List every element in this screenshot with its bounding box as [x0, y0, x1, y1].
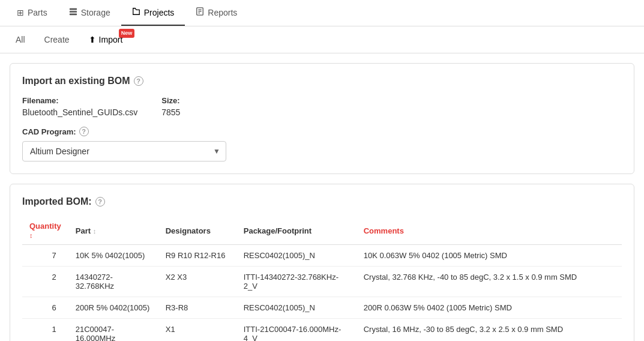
import-bom-card: Import an existing BOM ? Filename: Bluet… [10, 63, 634, 174]
col-header-quantity[interactable]: Quantity ↕ [22, 217, 68, 245]
sub-tab-all-label: All [16, 35, 25, 44]
size-label: Size: [161, 96, 180, 105]
storage-icon [69, 7, 77, 17]
nav-tab-projects[interactable]: Projects [121, 0, 185, 26]
cell-package-1: ITTI-14340272-32.768KHz-2_V [236, 267, 357, 297]
nav-tab-parts[interactable]: ⊞ Parts [6, 1, 58, 26]
nav-tab-parts-label: Parts [28, 8, 47, 17]
svg-rect-0 [70, 8, 77, 10]
import-help-icon[interactable]: ? [134, 76, 143, 86]
nav-tab-reports-label: Reports [208, 8, 237, 17]
svg-rect-1 [70, 11, 77, 13]
cad-select-wrapper: Altium Designer Eagle KiCad OrCAD Other … [22, 141, 226, 161]
nav-tab-projects-label: Projects [144, 8, 175, 17]
filename-value: Bluetooth_Sentinel_GUIDs.csv [22, 107, 137, 117]
cell-designators-2: R3-R8 [158, 297, 236, 319]
sub-tab-import[interactable]: ⬆ Import New [80, 31, 131, 48]
cad-program-select[interactable]: Altium Designer Eagle KiCad OrCAD Other [22, 141, 226, 161]
size-value: 7855 [161, 107, 180, 117]
cell-part-3: 21C00047-16.000MHz [68, 319, 158, 342]
nav-tab-storage[interactable]: Storage [58, 0, 121, 26]
new-badge: New [119, 29, 135, 38]
nav-tab-reports[interactable]: Reports [185, 0, 248, 26]
cad-help-icon[interactable]: ? [79, 127, 89, 136]
col-header-comments: Comments [357, 217, 622, 245]
sub-tab-all[interactable]: All [7, 31, 34, 48]
reports-icon [196, 7, 204, 17]
cell-comments-0: 10K 0.063W 5% 0402 (1005 Metric) SMD [357, 245, 622, 267]
filename-group: Filename: Bluetooth_Sentinel_GUIDs.csv [22, 96, 137, 117]
svg-rect-2 [70, 14, 77, 16]
bom-table: Quantity ↕ Part ↕ Designators Package/Fo… [22, 217, 622, 341]
bom-help-icon[interactable]: ? [95, 197, 105, 207]
table-row: 6 200R 5% 0402(1005) R3-R8 RESC0402(1005… [22, 297, 622, 319]
cell-quantity-3: 1 [22, 319, 68, 342]
col-header-designators: Designators [158, 217, 236, 245]
main-content: Import an existing BOM ? Filename: Bluet… [0, 53, 644, 341]
table-header-row: Quantity ↕ Part ↕ Designators Package/Fo… [22, 217, 622, 245]
cell-part-2: 200R 5% 0402(1005) [68, 297, 158, 319]
parts-icon: ⊞ [17, 8, 24, 17]
imported-bom-card: Imported BOM: ? Quantity ↕ Part ↕ Design… [10, 184, 634, 341]
cad-program-group: CAD Program: ? Altium Designer Eagle KiC… [22, 127, 622, 161]
filename-label: Filename: [22, 96, 137, 105]
table-row: 1 21C00047-16.000MHz X1 ITTI-21C00047-16… [22, 319, 622, 342]
cell-package-2: RESC0402(1005)_N [236, 297, 357, 319]
part-sort-icon: ↕ [93, 228, 97, 235]
cell-designators-1: X2 X3 [158, 267, 236, 297]
cell-comments-1: Crystal, 32.768 KHz, -40 to 85 degC, 3.2… [357, 267, 622, 297]
import-title: Import an existing BOM ? [22, 76, 622, 86]
sort-icon: ↕ [29, 232, 33, 239]
cell-designators-3: X1 [158, 319, 236, 342]
table-row: 2 14340272-32.768KHz X2 X3 ITTI-14340272… [22, 267, 622, 297]
cell-part-1: 14340272-32.768KHz [68, 267, 158, 297]
sub-nav: All Create ⬆ Import New [0, 26, 644, 53]
nav-tab-storage-label: Storage [81, 8, 110, 17]
cell-package-0: RESC0402(1005)_N [236, 245, 357, 267]
cell-comments-2: 200R 0.063W 5% 0402 (1005 Metric) SMD [357, 297, 622, 319]
projects-icon [132, 7, 140, 17]
cell-designators-0: R9 R10 R12-R16 [158, 245, 236, 267]
cell-comments-3: Crystal, 16 MHz, -30 to 85 degC, 3.2 x 2… [357, 319, 622, 342]
top-nav: ⊞ Parts Storage Projects Reports [0, 0, 644, 26]
col-header-part[interactable]: Part ↕ [68, 217, 158, 245]
sub-tab-create-label: Create [44, 35, 70, 44]
cell-package-3: ITTI-21C00047-16.000MHz-4_V [236, 319, 357, 342]
size-group: Size: 7855 [161, 96, 180, 117]
sub-tab-create[interactable]: Create [36, 31, 78, 48]
bom-title: Imported BOM: ? [22, 196, 622, 207]
col-header-package: Package/Footprint [236, 217, 357, 245]
table-row: 7 10K 5% 0402(1005) R9 R10 R12-R16 RESC0… [22, 245, 622, 267]
cell-quantity-0: 7 [22, 245, 68, 267]
cell-quantity-1: 2 [22, 267, 68, 297]
file-info: Filename: Bluetooth_Sentinel_GUIDs.csv S… [22, 96, 622, 117]
cell-part-0: 10K 5% 0402(1005) [68, 245, 158, 267]
cell-quantity-2: 6 [22, 297, 68, 319]
upload-icon: ⬆ [89, 35, 96, 44]
cad-program-label: CAD Program: ? [22, 127, 622, 136]
